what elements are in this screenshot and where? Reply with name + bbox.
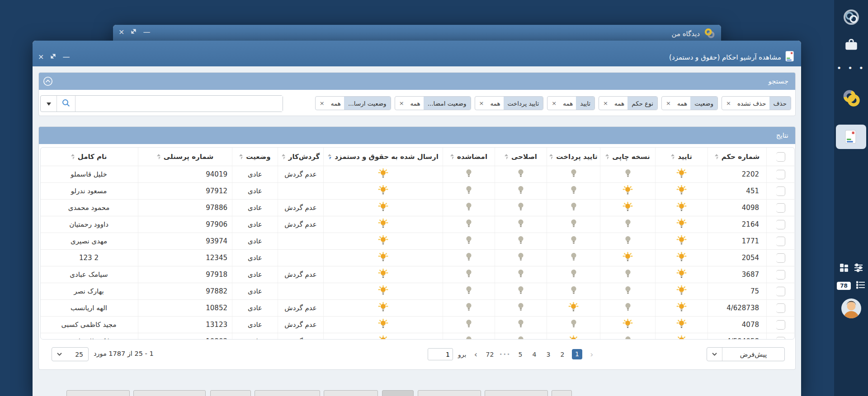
- filter-chip-label: وضعیت امضا...: [424, 97, 471, 110]
- column-header-sent_to_payroll[interactable]: ارسال شده به حقوق و دستمزد: [323, 148, 443, 166]
- filter-chip-1[interactable]: وضعیتهمه×: [661, 96, 718, 110]
- row-checkbox[interactable]: [776, 170, 785, 179]
- maximize-icon[interactable]: [50, 53, 56, 61]
- table-row-4[interactable]: 1771عادی93974مهدی نصیری: [41, 233, 794, 250]
- filter-chip-5[interactable]: وضعیت امضا...همه×: [395, 96, 471, 110]
- table-row-9[interactable]: 4078عدم گردشعادی13123مجید کاظمی کسبی: [41, 317, 794, 333]
- sort-down-icon: [283, 157, 285, 159]
- user-avatar[interactable]: [834, 298, 868, 319]
- sliders-icon[interactable]: [854, 263, 863, 274]
- column-header-signed[interactable]: امضاشده: [443, 148, 495, 166]
- select-all-checkbox[interactable]: [776, 152, 785, 162]
- page-button-2[interactable]: 2: [558, 351, 567, 358]
- column-header-status[interactable]: وضعیت: [232, 148, 278, 166]
- page-button-4[interactable]: 4: [530, 351, 539, 358]
- filter-chip-3[interactable]: تاییدهمه×: [547, 96, 595, 110]
- next-page-button[interactable]: ›: [587, 349, 596, 359]
- chip-close-icon[interactable]: ×: [547, 100, 560, 107]
- footer-button-0[interactable]: [66, 390, 130, 396]
- table-row-8[interactable]: 4/628738عدم گردشعادی10852الهه اریانسب: [41, 300, 794, 317]
- chip-close-icon[interactable]: ×: [395, 100, 407, 107]
- chip-close-icon[interactable]: ×: [475, 100, 487, 107]
- filter-chip-6[interactable]: وضعیت ارسا...همه×: [315, 96, 391, 110]
- page-size-select[interactable]: 25: [52, 347, 89, 361]
- column-header-personnel_no[interactable]: شماره پرسنلی: [138, 148, 232, 166]
- preset-split-button[interactable]: پیش‌فرض: [707, 347, 785, 361]
- row-checkbox[interactable]: [776, 253, 785, 263]
- search-input[interactable]: [75, 96, 283, 112]
- row-checkbox[interactable]: [776, 303, 785, 313]
- sent_to_payroll-bulb-icon: [378, 269, 388, 281]
- row-checkbox[interactable]: [776, 287, 785, 296]
- active-window-tile[interactable]: [836, 125, 866, 149]
- row-checkbox[interactable]: [776, 270, 785, 280]
- footer-button-2[interactable]: [210, 390, 251, 396]
- row-checkbox[interactable]: [776, 237, 785, 246]
- column-header-workflow[interactable]: گردش‌کار: [278, 148, 323, 166]
- chip-close-icon[interactable]: ×: [722, 100, 734, 107]
- page-button-1[interactable]: 1: [572, 349, 582, 359]
- chip-close-icon[interactable]: ×: [316, 100, 328, 107]
- minimize-icon[interactable]: —: [143, 28, 150, 36]
- filter-chip-0[interactable]: حذفحذف نشده×: [722, 96, 791, 110]
- row-checkbox[interactable]: [776, 337, 785, 340]
- table-row-0[interactable]: 2202عدم گردشعادی94019خلیل قاسملو: [41, 166, 794, 183]
- grid-icon[interactable]: [840, 263, 849, 274]
- footer-button-1[interactable]: [133, 390, 206, 396]
- filter-chip-2[interactable]: نوع حکمهمه×: [599, 96, 658, 110]
- chip-close-icon[interactable]: ×: [599, 100, 611, 107]
- signed-bulb-icon: [464, 219, 473, 230]
- close-icon[interactable]: ×: [118, 28, 124, 36]
- table-row-3[interactable]: 2164عدم گردشعادی97906داوود رحمتیان: [41, 216, 794, 233]
- column-header-print_copy[interactable]: نسخه چاپی: [600, 148, 655, 166]
- collapse-section-icon[interactable]: [43, 76, 53, 86]
- preset-dropdown[interactable]: [707, 348, 722, 361]
- column-header-full_name[interactable]: نام کامل: [40, 148, 138, 166]
- page-button-3[interactable]: 3: [544, 351, 553, 358]
- sent_to_payroll-bulb-icon: [378, 319, 388, 331]
- maximize-icon[interactable]: [131, 28, 137, 36]
- table-row-5[interactable]: 2054عادی123452 123: [41, 250, 794, 266]
- table-row-6[interactable]: 3687عدم گردشعادی97918سیامک عبادی: [41, 266, 794, 283]
- list-icon[interactable]: [856, 281, 865, 291]
- notification-count-badge[interactable]: 78: [837, 282, 851, 290]
- footer-button-6[interactable]: [418, 390, 481, 396]
- filter-chip-label: تایید: [576, 97, 594, 110]
- table-row-1[interactable]: 451عادی97912مسعود ندرلو: [41, 183, 794, 200]
- table-row-10[interactable]: 4/594058عدم گردشعادی10803فرانک طاهریان ف…: [41, 333, 794, 340]
- filter-chip-4[interactable]: تایید پرداختهمه×: [475, 96, 544, 110]
- footer-button-5[interactable]: [382, 390, 414, 396]
- row-checkbox[interactable]: [776, 320, 785, 330]
- footer-button-4[interactable]: [324, 390, 378, 396]
- table-row-7[interactable]: 75عادی97882بهارک نصر: [41, 283, 794, 300]
- row-checkbox[interactable]: [776, 186, 785, 196]
- chip-close-icon[interactable]: ×: [662, 100, 674, 107]
- close-icon[interactable]: ×: [38, 53, 44, 61]
- signed-bulb-icon: [464, 235, 473, 247]
- more-dots-icon[interactable]: • • •: [834, 63, 868, 73]
- footer-button-3[interactable]: [255, 390, 320, 396]
- column-header-pay_confirm[interactable]: تایید پرداخت: [547, 148, 600, 166]
- document-report-icon: [785, 51, 795, 64]
- briefcase-icon[interactable]: [834, 37, 868, 52]
- table-row-2[interactable]: 4098عدم گردشعادی97886محمود محمدی: [41, 200, 794, 216]
- sort-arrows-icon: [450, 154, 454, 159]
- cell-personnel_no: 97912: [138, 183, 232, 199]
- page-button-last[interactable]: 72: [485, 351, 494, 358]
- column-header-corrective[interactable]: اصلاحی: [495, 148, 547, 166]
- column-header-decree_no[interactable]: شماره حکم: [708, 148, 766, 166]
- row-checkbox[interactable]: [776, 203, 785, 213]
- search-button[interactable]: [57, 96, 75, 112]
- footer-button-8[interactable]: [552, 390, 572, 396]
- row-checkbox[interactable]: [776, 220, 785, 229]
- page-button-5[interactable]: 5: [516, 351, 525, 358]
- column-header-confirm[interactable]: تایید: [655, 148, 708, 166]
- emblem-rings-icon[interactable]: [834, 8, 868, 26]
- prev-page-button[interactable]: ‹: [471, 349, 480, 359]
- brand-rings-icon[interactable]: [834, 89, 868, 107]
- cell-select: [766, 216, 794, 233]
- minimize-icon[interactable]: —: [62, 53, 70, 61]
- footer-button-7[interactable]: [485, 390, 548, 396]
- search-options-dropdown[interactable]: [41, 96, 57, 112]
- goto-page-input[interactable]: [428, 348, 453, 360]
